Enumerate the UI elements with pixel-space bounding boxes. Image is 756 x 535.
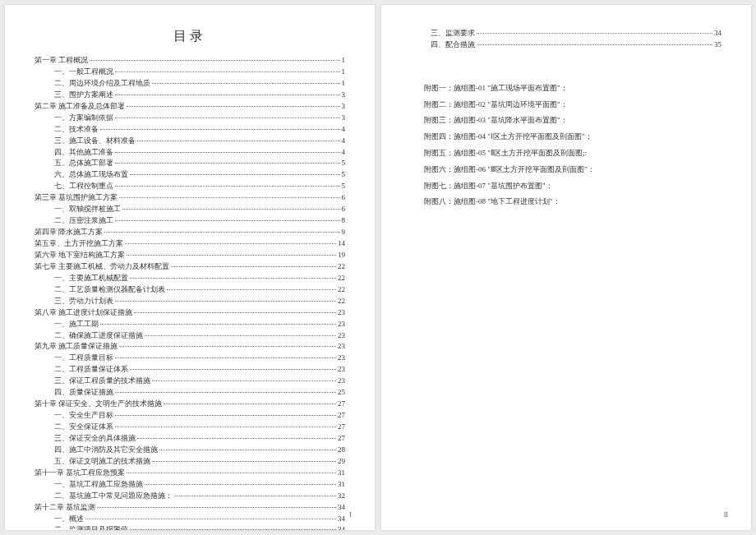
- toc-leader-dots: [130, 529, 336, 530]
- toc-entry-label: 第三章 基坑围护施工方案: [35, 192, 118, 204]
- toc-leader-dots: [119, 197, 339, 198]
- toc-leader-dots: [130, 278, 336, 279]
- toc-leader-dots: [115, 71, 340, 72]
- toc-entry-page: 3: [342, 101, 346, 113]
- toc-entry-page: 4: [342, 124, 346, 136]
- toc-entry-label: 一、双轴搅拌桩施工: [54, 204, 121, 215]
- toc-entry-page: 31: [338, 479, 345, 491]
- toc-entry: 二、压密注浆施工8: [54, 215, 345, 227]
- toc-entry-label: 一、一般工程概况: [54, 67, 113, 78]
- appendix-entry: 附图四：施组图-04 "Ⅰ区土方开挖平面图及剖面图"：: [424, 129, 721, 145]
- toc-entry-page: 34: [338, 524, 345, 530]
- toc-entry-label: 二、监测项目及报警值: [54, 524, 128, 530]
- toc-entry-page: 27: [338, 399, 345, 410]
- toc-entry: 四、配合措施35: [431, 39, 721, 51]
- toc-leader-dots: [137, 141, 340, 141]
- appendix-list: 附图一：施组图-01 "施工现场平面布置图"：附图二：施组图-02 "基坑周边环…: [411, 81, 721, 210]
- toc-entry-page: 23: [338, 353, 345, 364]
- toc-entry-label: 第四章 降水施工方案: [35, 227, 103, 238]
- toc-leader-dots: [104, 232, 339, 233]
- toc-leader-dots: [127, 106, 339, 107]
- toc-leader-dots: [145, 484, 336, 485]
- toc-entry: 二、安全保证体系27: [54, 422, 345, 433]
- toc-entry-label: 第二章 施工准备及总体部署: [35, 101, 125, 113]
- toc-leader-dots: [115, 118, 340, 118]
- page-right: 三、监测要求34四、配合措施35 附图一：施组图-01 "施工现场平面布置图"：…: [381, 5, 751, 530]
- toc-leader-dots: [115, 186, 340, 187]
- appendix-entry: 附图一：施组图-01 "施工现场平面布置图"：: [424, 81, 721, 97]
- toc-entry: 二、技术准备4: [54, 124, 345, 136]
- toc-list-left: 第一章 工程概况1一、一般工程概况1二、周边环境介绍及工程地质1三、围护方案阐述…: [35, 55, 345, 530]
- toc-leader-dots: [145, 335, 336, 336]
- toc-leader-dots: [115, 220, 340, 221]
- toc-entry-label: 第十章 保证安全、文明生产的技术措施: [35, 399, 162, 410]
- toc-leader-dots: [127, 473, 336, 473]
- toc-leader-dots: [115, 357, 336, 358]
- toc-entry: 二、确保施工进度保证措施23: [54, 330, 345, 342]
- toc-leader-dots: [115, 427, 336, 427]
- toc-entry: 一、主要施工机械配置22: [54, 273, 345, 284]
- toc-entry-label: 第六章 地下室结构施工方案: [35, 250, 125, 261]
- toc-leader-dots: [115, 301, 336, 302]
- toc-entry-label: 三、保证安全的具体措施: [54, 433, 136, 445]
- toc-entry-page: 23: [338, 307, 345, 319]
- appendix-entry: 附图三：施组图-03 "基坑降水平面布置图"：: [424, 113, 721, 129]
- toc-entry-label: 一、主要施工机械配置: [54, 273, 128, 284]
- toc-entry-page: 28: [338, 445, 345, 456]
- toc-entry-page: 22: [338, 296, 345, 307]
- toc-entry: 二、工程质量保证体系23: [54, 364, 345, 376]
- toc-entry: 第九章 施工质量保证措施23: [35, 341, 345, 353]
- toc-entry: 一、工程质量目标23: [54, 353, 345, 364]
- toc-entry-label: 一、安全生产目标: [54, 410, 113, 422]
- toc-entry: 三、劳动力计划表22: [54, 296, 345, 307]
- toc-leader-dots: [115, 392, 336, 393]
- toc-leader-dots: [130, 174, 340, 175]
- toc-entry: 第一章 工程概况1: [35, 55, 345, 67]
- toc-leader-dots: [130, 369, 336, 370]
- toc-entry: 三、监测要求34: [431, 28, 721, 39]
- toc-entry-page: 22: [338, 284, 345, 296]
- toc-entry: 三、保证安全的具体措施27: [54, 433, 345, 445]
- toc-leader-dots: [127, 255, 336, 256]
- toc-entry-label: 二、周边环境介绍及工程地质: [54, 78, 150, 90]
- toc-entry-label: 二、基坑施工中常见问题应急措施：: [54, 491, 173, 502]
- toc-entry: 第六章 地下室结构施工方案19: [35, 250, 345, 261]
- toc-entry-label: 三、围护方案阐述: [54, 90, 113, 101]
- toc-title: 目录: [35, 28, 345, 45]
- toc-leader-dots: [174, 496, 336, 496]
- toc-entry-page: 32: [338, 491, 345, 502]
- appendix-entry: 附图五：施组图-05 "Ⅱ区土方开挖平面图及剖面图;:: [424, 145, 721, 162]
- toc-entry-label: 五、保证文明施工的技术措施: [54, 456, 150, 468]
- toc-entry: 四、施工中消防及其它安全措施28: [54, 445, 345, 456]
- toc-entry: 第十章 保证安全、文明生产的技术措施27: [35, 399, 345, 410]
- toc-leader-dots: [115, 152, 340, 153]
- toc-entry-label: 第一章 工程概况: [35, 55, 88, 67]
- toc-leader-dots: [152, 380, 336, 381]
- toc-entry: 第五章、土方开挖施工方案14: [35, 238, 345, 250]
- toc-entry-label: 第七章 主要施工机械、劳动力及材料配置: [35, 261, 169, 273]
- toc-entry: 第十一章 基坑工程应急预案31: [35, 468, 345, 479]
- toc-entry: 一、方案编制依据3: [54, 113, 345, 124]
- toc-entry-page: 27: [338, 410, 345, 422]
- toc-entry-label: 二、工艺质量检测仪器配备计划表: [54, 284, 165, 296]
- toc-entry: 一、施工工期23: [54, 319, 345, 330]
- toc-leader-dots: [477, 33, 712, 34]
- toc-entry-page: 23: [338, 330, 345, 342]
- toc-entry-page: 4: [342, 147, 346, 159]
- toc-entry-page: 35: [714, 39, 721, 51]
- toc-leader-dots: [477, 44, 712, 45]
- toc-leader-dots: [97, 507, 336, 508]
- toc-leader-dots: [115, 415, 336, 416]
- appendix-entry: 附图六：施组图-06 "Ⅲ区土方开挖平面图及剖面图"：: [424, 162, 721, 178]
- toc-entry-label: 第五章、土方开挖施工方案: [35, 238, 123, 250]
- toc-entry: 第四章 降水施工方案9: [35, 227, 345, 238]
- toc-entry: 第十二章 基坑监测34: [35, 502, 345, 514]
- toc-entry-page: 5: [342, 181, 346, 192]
- toc-entry-page: 6: [342, 204, 346, 215]
- appendix-entry: 附图七：施组图-07 "基坑围护布置图"：: [424, 178, 721, 195]
- toc-leader-dots: [171, 266, 336, 267]
- toc-leader-dots: [90, 60, 339, 61]
- toc-entry-page: 29: [338, 456, 345, 468]
- toc-entry: 三、施工设备、材料准备4: [54, 136, 345, 147]
- toc-entry-label: 一、工程质量目标: [54, 353, 113, 364]
